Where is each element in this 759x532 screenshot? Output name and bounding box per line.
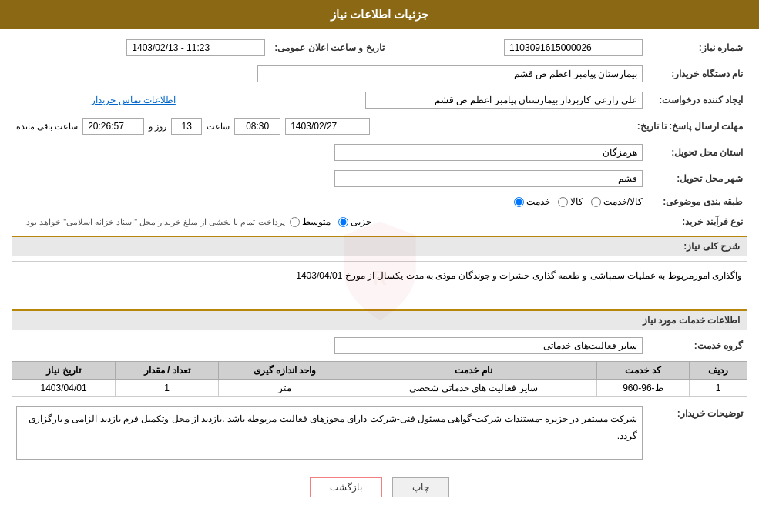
contact-link-cell: اطلاعات تماس خریدار xyxy=(26,89,183,111)
need-number-value: 1103091615000026 xyxy=(389,37,647,59)
cell-row: 1 xyxy=(690,380,747,397)
buyer-desc-table: توضیحات خریدار: شرکت مستقر در جزیره -مست… xyxy=(12,403,747,462)
city-label: شهر محل تحویل: xyxy=(647,168,747,189)
announce-datetime-input: 1403/02/13 - 11:23 xyxy=(126,39,265,56)
need-number-input: 1103091615000026 xyxy=(504,39,643,56)
buyer-desc-label: توضیحات خریدار: xyxy=(647,403,747,462)
info-table-row3: ایجاد کننده درخواست: علی زارعی کاربرداز … xyxy=(12,89,747,111)
cell-code: ط-96-960 xyxy=(596,380,690,397)
col-header-row: ردیف xyxy=(690,362,747,380)
announce-datetime-value: 1403/02/13 - 11:23 xyxy=(12,37,270,59)
col-header-qty: تعداد / مقدار xyxy=(116,362,219,380)
content-area: R شماره نیاز: 1103091615000026 تاریخ و س… xyxy=(0,29,759,513)
cell-name: سایر فعالیت های خدماتی شخصی xyxy=(351,380,596,397)
category-radio-goods[interactable] xyxy=(558,197,568,207)
category-option-goods[interactable]: کالا xyxy=(558,196,583,207)
creator-label: ایجاد کننده درخواست: xyxy=(647,89,747,111)
service-group-value: سایر فعالیت‌های خدماتی xyxy=(12,335,647,356)
purchase-type-radio-medium[interactable] xyxy=(290,217,300,227)
category-radio-both[interactable] xyxy=(591,197,601,207)
deadline-days-input: 13 xyxy=(171,118,202,135)
category-option-service[interactable]: خدمت xyxy=(514,196,550,207)
services-table: ردیف کد خدمت نام خدمت واحد اندازه گیری ت… xyxy=(12,361,747,397)
cell-quantity: 1 xyxy=(116,380,219,397)
service-group-table: گروه خدمت: سایر فعالیت‌های خدماتی xyxy=(12,335,747,356)
category-option-both-label: کالا/خدمت xyxy=(603,196,643,207)
category-options: خدمت کالا کالا/خدمت xyxy=(12,194,647,209)
deadline-remaining-input: 20:26:57 xyxy=(82,118,144,135)
col-header-date: تاریخ نیاز xyxy=(12,362,116,380)
page-title: جزئیات اطلاعات نیاز xyxy=(331,8,428,21)
deadline-row: ساعت باقی مانده 20:26:57 روز و 13 ساعت 0… xyxy=(12,115,633,137)
page-container: جزئیات اطلاعات نیاز R شماره نیاز: 110309… xyxy=(0,0,759,532)
footer-buttons: چاپ بازگشت xyxy=(12,470,747,505)
col-header-name: نام خدمت xyxy=(351,362,596,380)
buyer-desc-input: شرکت مستقر در جزیره -مستندات شرکت-گواهی … xyxy=(16,406,643,460)
table-row: 1ط-96-960سایر فعالیت های خدماتی شخصیمتر1… xyxy=(12,380,747,397)
page-header: جزئیات اطلاعات نیاز xyxy=(0,0,759,29)
deadline-time-input: 08:30 xyxy=(234,118,280,135)
info-table-row1: شماره نیاز: 1103091615000026 تاریخ و ساع… xyxy=(12,37,747,59)
info-table-row4: مهلت ارسال پاسخ: تا تاریخ: ساعت باقی مان… xyxy=(12,115,747,137)
deadline-label: مهلت ارسال پاسخ: تا تاریخ: xyxy=(633,115,747,137)
category-option-both[interactable]: کالا/خدمت xyxy=(591,196,643,207)
city-value: قشم xyxy=(12,168,647,189)
col-header-unit: واحد اندازه گیری xyxy=(219,362,351,380)
announce-datetime-label: تاریخ و ساعت اعلان عمومی: xyxy=(270,37,388,59)
buyer-desc-value: شرکت مستقر در جزیره -مستندات شرکت-گواهی … xyxy=(12,403,647,462)
purchase-type-label: نوع فرآیند خرید: xyxy=(647,214,747,229)
purchase-type-medium[interactable]: متوسط xyxy=(290,216,331,227)
creator-value: علی زارعی کاربرداز بیمارستان پیامبر اعظم… xyxy=(183,89,647,111)
deadline-date-input: 1403/02/27 xyxy=(285,118,370,135)
watermark-logo: R xyxy=(334,217,426,325)
buyer-name-value: بیمارستان پیامبر اعظم ص قشم xyxy=(12,63,647,85)
service-group-input: سایر فعالیت‌های خدماتی xyxy=(334,337,643,354)
deadline-remaining-label: ساعت باقی مانده xyxy=(16,122,78,132)
cell-unit: متر xyxy=(219,380,351,397)
creator-input: علی زارعی کاربرداز بیمارستان پیامبر اعظم… xyxy=(365,92,643,109)
info-table-row2: نام دستگاه خریدار: بیمارستان پیامبر اعظم… xyxy=(12,63,747,85)
contact-link[interactable]: اطلاعات تماس خریدار xyxy=(91,95,176,105)
category-option-goods-label: کالا xyxy=(570,196,583,207)
buyer-name-input: بیمارستان پیامبر اعظم ص قشم xyxy=(257,65,643,82)
svg-text:R: R xyxy=(372,267,387,289)
purchase-type-medium-label: متوسط xyxy=(302,216,331,227)
category-radio-service[interactable] xyxy=(514,197,524,207)
info-table-row6: شهر محل تحویل: قشم xyxy=(12,168,747,189)
back-button[interactable]: بازگشت xyxy=(310,477,382,497)
info-table-row5: استان محل تحویل: هرمزگان xyxy=(12,142,747,163)
province-input: هرمزگان xyxy=(334,144,643,161)
buyer-name-label: نام دستگاه خریدار: xyxy=(647,63,747,85)
service-group-label: گروه خدمت: xyxy=(647,335,747,356)
city-input: قشم xyxy=(334,170,643,187)
province-label: استان محل تحویل: xyxy=(647,142,747,163)
print-button[interactable]: چاپ xyxy=(392,477,449,497)
deadline-time-label: ساعت xyxy=(207,122,230,132)
cell-date: 1403/04/01 xyxy=(12,380,116,397)
category-option-service-label: خدمت xyxy=(526,196,550,207)
purchase-type-note: پرداخت تمام یا بخشی از مبلغ خریدار محل "… xyxy=(24,217,285,227)
need-desc-label: شرح کلی نیاز: xyxy=(683,241,740,252)
purchase-type-options: پرداخت تمام یا بخشی از مبلغ خریدار محل "… xyxy=(12,214,647,229)
info-table-row7: طبقه بندی موضوعی: خدمت کالا کالا/خدمت xyxy=(12,194,747,209)
need-number-label: شماره نیاز: xyxy=(647,37,747,59)
col-header-code: کد خدمت xyxy=(596,362,690,380)
province-value: هرمزگان xyxy=(12,142,647,163)
deadline-days-label: روز و xyxy=(149,122,166,132)
category-label: طبقه بندی موضوعی: xyxy=(647,194,747,209)
